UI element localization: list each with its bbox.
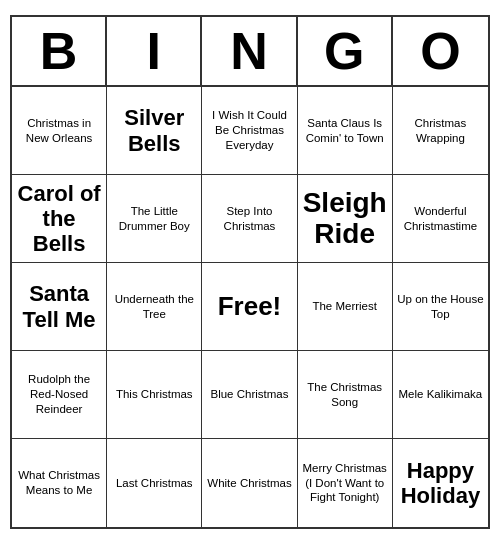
bingo-cell-10: Santa Tell Me: [12, 263, 107, 351]
bingo-cell-20: What Christmas Means to Me: [12, 439, 107, 527]
cell-text: Last Christmas: [116, 476, 193, 491]
bingo-cell-16: This Christmas: [107, 351, 202, 439]
cell-text: Sleigh Ride: [301, 188, 389, 250]
bingo-cell-24: Happy Holiday: [393, 439, 488, 527]
cell-text: Santa Tell Me: [15, 281, 103, 332]
bingo-letter-b: B: [12, 17, 107, 85]
cell-text: Free!: [218, 290, 282, 324]
bingo-letter-g: G: [298, 17, 393, 85]
bingo-cell-15: Rudolph the Red-Nosed Reindeer: [12, 351, 107, 439]
cell-text: The Little Drummer Boy: [110, 204, 198, 234]
cell-text: Silver Bells: [110, 105, 198, 156]
bingo-cell-12: Free!: [202, 263, 297, 351]
bingo-letter-i: I: [107, 17, 202, 85]
bingo-cell-23: Merry Christmas (I Don't Want to Fight T…: [298, 439, 393, 527]
cell-text: Up on the House Top: [396, 292, 485, 322]
cell-text: The Christmas Song: [301, 380, 389, 410]
bingo-cell-9: Wonderful Christmastime: [393, 175, 488, 263]
bingo-cell-19: Mele Kalikimaka: [393, 351, 488, 439]
cell-text: Step Into Christmas: [205, 204, 293, 234]
cell-text: This Christmas: [116, 387, 193, 402]
bingo-cell-22: White Christmas: [202, 439, 297, 527]
bingo-header: BINGO: [12, 17, 488, 87]
cell-text: Blue Christmas: [211, 387, 289, 402]
bingo-cell-2: I Wish It Could Be Christmas Everyday: [202, 87, 297, 175]
cell-text: White Christmas: [207, 476, 291, 491]
bingo-cell-11: Underneath the Tree: [107, 263, 202, 351]
bingo-cell-3: Santa Claus Is Comin' to Town: [298, 87, 393, 175]
cell-text: Underneath the Tree: [110, 292, 198, 322]
bingo-cell-5: Carol of the Bells: [12, 175, 107, 263]
bingo-cell-14: Up on the House Top: [393, 263, 488, 351]
bingo-cell-4: Christmas Wrapping: [393, 87, 488, 175]
cell-text: I Wish It Could Be Christmas Everyday: [205, 108, 293, 153]
cell-text: Christmas Wrapping: [396, 116, 485, 146]
bingo-cell-7: Step Into Christmas: [202, 175, 297, 263]
bingo-cell-6: The Little Drummer Boy: [107, 175, 202, 263]
bingo-letter-o: O: [393, 17, 488, 85]
cell-text: Carol of the Bells: [15, 181, 103, 257]
cell-text: Santa Claus Is Comin' to Town: [301, 116, 389, 146]
bingo-card: BINGO Christmas in New OrleansSilver Bel…: [10, 15, 490, 529]
bingo-cell-17: Blue Christmas: [202, 351, 297, 439]
bingo-cell-13: The Merriest: [298, 263, 393, 351]
bingo-cell-21: Last Christmas: [107, 439, 202, 527]
bingo-grid: Christmas in New OrleansSilver BellsI Wi…: [12, 87, 488, 527]
cell-text: Mele Kalikimaka: [399, 387, 483, 402]
cell-text: Merry Christmas (I Don't Want to Fight T…: [301, 461, 389, 506]
bingo-cell-1: Silver Bells: [107, 87, 202, 175]
bingo-letter-n: N: [202, 17, 297, 85]
cell-text: Rudolph the Red-Nosed Reindeer: [15, 372, 103, 417]
cell-text: The Merriest: [312, 299, 377, 314]
cell-text: Wonderful Christmastime: [396, 204, 485, 234]
bingo-cell-8: Sleigh Ride: [298, 175, 393, 263]
bingo-cell-0: Christmas in New Orleans: [12, 87, 107, 175]
cell-text: Christmas in New Orleans: [15, 116, 103, 146]
cell-text: What Christmas Means to Me: [15, 468, 103, 498]
cell-text: Happy Holiday: [396, 458, 485, 509]
bingo-cell-18: The Christmas Song: [298, 351, 393, 439]
